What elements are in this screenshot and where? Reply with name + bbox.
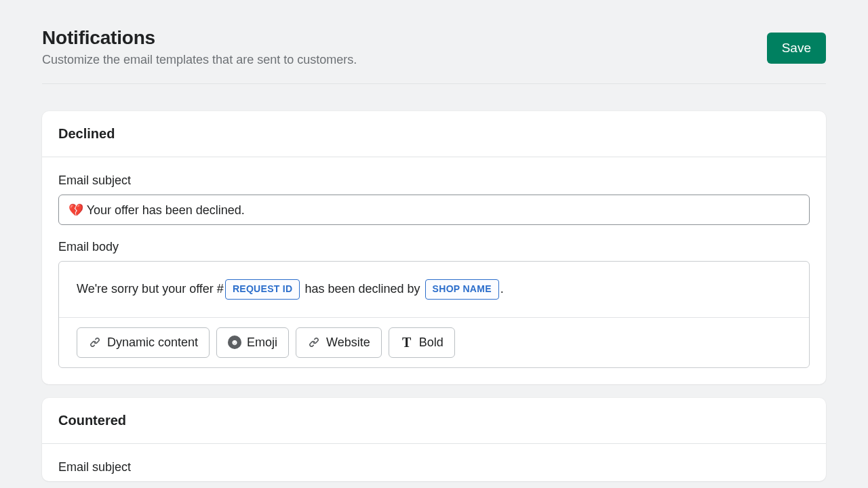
body-text: We're sorry but your offer #: [77, 282, 224, 296]
link-chain-icon: [88, 336, 102, 349]
body-editor-declined: We're sorry but your offer #REQUEST ID h…: [58, 261, 810, 368]
tool-label: Bold: [419, 336, 443, 350]
body-text: .: [500, 282, 504, 296]
page-subtitle: Customize the email templates that are s…: [42, 53, 357, 67]
subject-label: Email subject: [58, 174, 810, 188]
section-title-countered: Countered: [58, 413, 810, 428]
dynamic-content-button[interactable]: Dynamic content: [77, 327, 210, 358]
subject-input-declined[interactable]: [58, 195, 810, 225]
body-content[interactable]: We're sorry but your offer #REQUEST ID h…: [59, 262, 809, 317]
bold-icon: T: [400, 335, 414, 350]
subject-label-countered: Email subject: [58, 460, 810, 474]
body-text: has been declined by: [301, 282, 423, 296]
website-button[interactable]: Website: [296, 327, 382, 358]
link-icon: [307, 336, 321, 349]
token-request-id[interactable]: REQUEST ID: [225, 279, 300, 300]
emoji-icon: ☻: [228, 336, 241, 349]
tool-label: Emoji: [247, 336, 277, 350]
body-toolbar: Dynamic content ☻ Emoji Website T Bold: [59, 317, 809, 367]
tool-label: Dynamic content: [107, 336, 198, 350]
token-shop-name[interactable]: SHOP NAME: [425, 279, 499, 300]
bold-button[interactable]: T Bold: [389, 327, 455, 358]
section-countered: Countered Email subject: [42, 398, 826, 481]
section-declined: Declined Email subject Email body We're …: [42, 111, 826, 384]
tool-label: Website: [326, 336, 370, 350]
page-header: Notifications Customize the email templa…: [42, 27, 826, 84]
body-label: Email body: [58, 240, 810, 254]
save-button[interactable]: Save: [767, 33, 826, 64]
section-title-declined: Declined: [58, 126, 810, 142]
emoji-button[interactable]: ☻ Emoji: [216, 327, 289, 358]
page-title: Notifications: [42, 27, 357, 49]
